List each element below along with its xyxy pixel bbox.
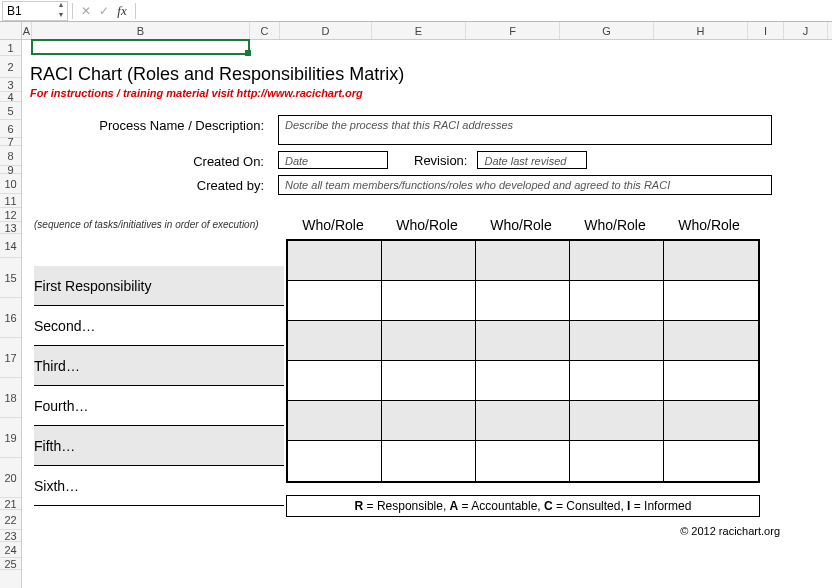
column-header[interactable]: G xyxy=(560,22,654,39)
column-header[interactable]: J xyxy=(784,22,828,39)
page-title: RACI Chart (Roles and Responsibilities M… xyxy=(30,64,810,85)
column-header[interactable]: B xyxy=(32,22,250,39)
raci-cell[interactable] xyxy=(664,321,758,361)
raci-cell[interactable] xyxy=(476,401,570,441)
column-header[interactable]: F xyxy=(466,22,560,39)
created-by-label: Created by: xyxy=(30,175,278,193)
row-headers: 1234567891011121314151617181920212223242… xyxy=(0,22,22,588)
raci-cell[interactable] xyxy=(382,241,476,281)
row-header[interactable]: 15 xyxy=(0,258,21,298)
raci-legend: R = Responsible, A = Accountable, C = Co… xyxy=(286,495,760,517)
copyright: © 2012 racichart.org xyxy=(30,525,810,537)
raci-cell[interactable] xyxy=(382,281,476,321)
role-header[interactable]: Who/Role xyxy=(380,211,474,239)
raci-cell[interactable] xyxy=(382,401,476,441)
row-header[interactable]: 22 xyxy=(0,510,21,530)
task-label[interactable]: Third… xyxy=(34,346,284,386)
row-header[interactable]: 17 xyxy=(0,338,21,378)
raci-cell[interactable] xyxy=(570,241,664,281)
raci-cell[interactable] xyxy=(288,241,382,281)
created-on-field[interactable]: Date xyxy=(278,151,388,169)
cancel-formula-icon[interactable]: ✕ xyxy=(77,2,95,20)
row-header[interactable]: 16 xyxy=(0,298,21,338)
raci-cell[interactable] xyxy=(476,281,570,321)
raci-cell[interactable] xyxy=(570,401,664,441)
raci-matrix[interactable] xyxy=(286,239,760,483)
raci-cell[interactable] xyxy=(570,441,664,481)
accept-formula-icon[interactable]: ✓ xyxy=(95,2,113,20)
process-label: Process Name / Description: xyxy=(30,115,278,133)
active-cell-outline xyxy=(31,39,250,55)
column-header[interactable]: D xyxy=(280,22,372,39)
row-header[interactable]: 24 xyxy=(0,542,21,558)
task-label[interactable]: Second… xyxy=(34,306,284,346)
row-header[interactable]: 18 xyxy=(0,378,21,418)
raci-cell[interactable] xyxy=(664,401,758,441)
row-header[interactable]: 20 xyxy=(0,458,21,498)
role-header[interactable]: Who/Role xyxy=(286,211,380,239)
formula-input[interactable] xyxy=(140,2,832,20)
raci-cell[interactable] xyxy=(288,281,382,321)
row-header[interactable]: 19 xyxy=(0,418,21,458)
fill-handle[interactable] xyxy=(245,50,251,56)
raci-cell[interactable] xyxy=(476,361,570,401)
row-header[interactable]: 12 xyxy=(0,208,21,222)
row-header[interactable]: 11 xyxy=(0,194,21,208)
role-header[interactable]: Who/Role xyxy=(662,211,756,239)
raci-cell[interactable] xyxy=(382,361,476,401)
column-header[interactable]: I xyxy=(748,22,784,39)
task-label[interactable]: Sixth… xyxy=(34,466,284,506)
raci-cell[interactable] xyxy=(664,241,758,281)
revision-field[interactable]: Date last revised xyxy=(477,151,587,169)
column-header[interactable]: A xyxy=(22,22,32,39)
raci-cell[interactable] xyxy=(382,441,476,481)
raci-cell[interactable] xyxy=(570,321,664,361)
raci-cell[interactable] xyxy=(664,441,758,481)
name-box[interactable]: B1 ▲ ▼ xyxy=(2,1,68,21)
raci-cell[interactable] xyxy=(476,441,570,481)
raci-cell[interactable] xyxy=(288,361,382,401)
column-header[interactable]: E xyxy=(372,22,466,39)
raci-cell[interactable] xyxy=(476,241,570,281)
role-header[interactable]: Who/Role xyxy=(474,211,568,239)
process-description-field[interactable]: Describe the process that this RACI addr… xyxy=(278,115,772,145)
row-header[interactable]: 14 xyxy=(0,234,21,258)
fx-icon[interactable]: fx xyxy=(113,2,131,20)
row-header[interactable]: 1 xyxy=(0,40,21,56)
task-label[interactable]: Fifth… xyxy=(34,426,284,466)
formula-bar: B1 ▲ ▼ ✕ ✓ fx xyxy=(0,0,832,22)
raci-cell[interactable] xyxy=(288,321,382,361)
raci-cell[interactable] xyxy=(288,401,382,441)
raci-cell[interactable] xyxy=(382,321,476,361)
row-header[interactable]: 5 xyxy=(0,102,21,120)
revision-label: Revision: xyxy=(414,153,467,168)
created-by-field[interactable]: Note all team members/functions/roles wh… xyxy=(278,175,772,195)
instructions-link[interactable]: For instructions / training material vis… xyxy=(30,87,810,99)
raci-cell[interactable] xyxy=(570,361,664,401)
raci-cell[interactable] xyxy=(570,281,664,321)
row-header[interactable]: 25 xyxy=(0,558,21,570)
row-header[interactable]: 21 xyxy=(0,498,21,510)
created-on-label: Created On: xyxy=(30,151,278,169)
row-header[interactable]: 13 xyxy=(0,222,21,234)
stepper-up-icon[interactable]: ▲ xyxy=(55,1,67,11)
row-header[interactable]: 10 xyxy=(0,174,21,194)
row-header[interactable]: 9 xyxy=(0,166,21,174)
role-header[interactable]: Who/Role xyxy=(568,211,662,239)
task-label[interactable]: Fourth… xyxy=(34,386,284,426)
task-label[interactable]: First Responsibility xyxy=(34,266,284,306)
raci-cell[interactable] xyxy=(664,361,758,401)
select-all-corner[interactable] xyxy=(0,22,21,40)
column-headers: ABCDEFGHIJ xyxy=(22,22,832,40)
stepper-down-icon[interactable]: ▼ xyxy=(55,11,67,21)
raci-cell[interactable] xyxy=(288,441,382,481)
row-header[interactable]: 7 xyxy=(0,138,21,146)
raci-cell[interactable] xyxy=(476,321,570,361)
column-header[interactable]: H xyxy=(654,22,748,39)
row-header[interactable]: 2 xyxy=(0,56,21,78)
sequence-note: (sequence of tasks/initiatives in order … xyxy=(34,219,294,230)
row-header[interactable]: 4 xyxy=(0,92,21,102)
raci-cell[interactable] xyxy=(664,281,758,321)
column-header[interactable]: C xyxy=(250,22,280,39)
row-header[interactable]: 23 xyxy=(0,530,21,542)
